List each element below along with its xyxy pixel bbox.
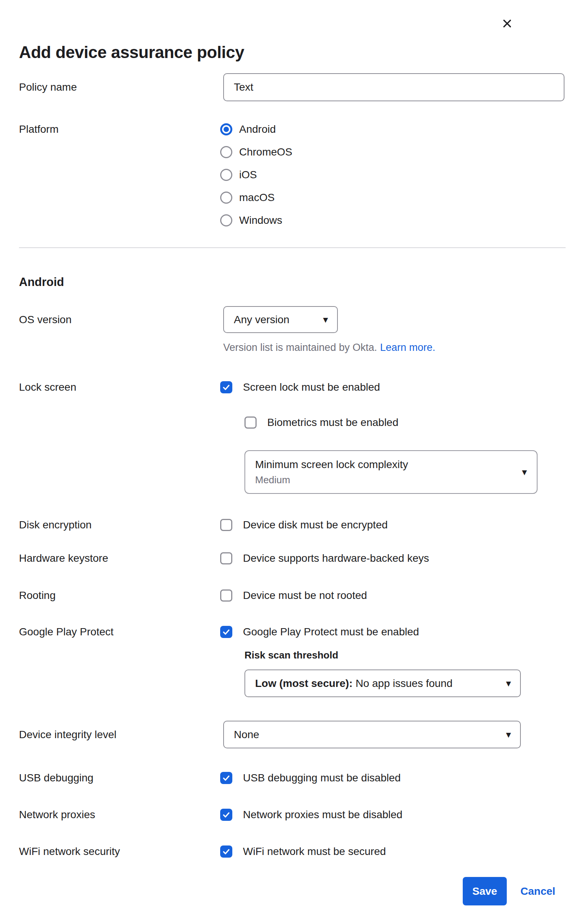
checkmark-icon: [222, 628, 230, 636]
usb-debugging-row: USB debugging USB debugging must be disa…: [19, 772, 401, 784]
learn-more-link[interactable]: Learn more.: [380, 342, 435, 353]
policy-name-row: Policy name: [19, 73, 564, 101]
rooting-checkbox[interactable]: [220, 590, 232, 602]
checkbox-label: Screen lock must be enabled: [243, 381, 380, 393]
android-section-heading: Android: [19, 275, 64, 289]
os-version-value: Any version: [224, 314, 289, 326]
checkbox-label: WiFi network must be secured: [243, 845, 386, 858]
dialog-title: Add device assurance policy: [19, 43, 244, 62]
hardware-keystore-checkbox[interactable]: [220, 552, 232, 564]
platform-row: Platform Android ChromeOS iOS macOS Wind…: [19, 123, 292, 227]
risk-scan-threshold-select[interactable]: Low (most secure): No app issues found ▼: [245, 670, 521, 697]
wifi-security-checkbox[interactable]: [220, 845, 232, 858]
wifi-security-row: WiFi network security WiFi network must …: [19, 845, 386, 858]
biometrics-row: Biometrics must be enabled: [245, 416, 398, 429]
device-integrity-select[interactable]: None ▼: [223, 721, 521, 748]
network-proxies-label: Network proxies: [19, 809, 220, 821]
google-play-protect-label: Google Play Protect: [19, 626, 220, 638]
checkbox-label: Device supports hardware-backed keys: [243, 552, 429, 564]
screen-lock-checkbox[interactable]: [220, 381, 232, 393]
radio-label: Android: [239, 123, 276, 135]
radio-icon[interactable]: [220, 169, 232, 181]
radio-label: ChromeOS: [239, 146, 292, 158]
complexity-select-label: Minimum screen lock complexity: [245, 459, 537, 471]
checkbox-label: Google Play Protect must be enabled: [243, 626, 419, 638]
radio-label: iOS: [239, 169, 257, 181]
rooting-label: Rooting: [19, 590, 220, 602]
os-version-label: OS version: [19, 314, 220, 326]
radio-icon[interactable]: [220, 146, 232, 158]
checkmark-icon: [222, 383, 230, 391]
usb-debugging-label: USB debugging: [19, 772, 220, 784]
platform-option-android[interactable]: Android: [220, 123, 292, 136]
radio-selected-icon[interactable]: [220, 123, 232, 135]
cancel-button[interactable]: Cancel: [521, 877, 555, 905]
lock-screen-label: Lock screen: [19, 381, 220, 393]
wifi-security-label: WiFi network security: [19, 845, 220, 858]
checkbox-label: Device disk must be encrypted: [243, 519, 388, 531]
platform-label: Platform: [19, 123, 220, 136]
network-proxies-checkbox[interactable]: [220, 809, 232, 821]
radio-icon[interactable]: [220, 214, 232, 227]
hardware-keystore-row: Hardware keystore Device supports hardwa…: [19, 552, 429, 564]
platform-radio-group: Android ChromeOS iOS macOS Windows: [220, 123, 292, 227]
platform-option-windows[interactable]: Windows: [220, 214, 292, 227]
checkbox-label: Device must be not rooted: [243, 590, 367, 602]
lock-screen-row: Lock screen Screen lock must be enabled: [19, 381, 380, 393]
os-version-row: OS version Any version ▼: [19, 306, 338, 333]
checkmark-icon: [222, 847, 230, 856]
chevron-down-icon: ▼: [522, 468, 527, 476]
policy-name-label: Policy name: [19, 81, 220, 93]
helper-text: Version list is maintained by Okta.: [223, 342, 377, 353]
google-play-protect-checkbox[interactable]: [220, 626, 232, 638]
radio-label: macOS: [239, 191, 274, 204]
os-version-helper: Version list is maintained by Okta.Learn…: [223, 342, 435, 354]
platform-option-chromeos[interactable]: ChromeOS: [220, 146, 292, 159]
checkmark-icon: [222, 774, 230, 782]
disk-encryption-label: Disk encryption: [19, 519, 220, 531]
risk-scan-value: No app issues found: [356, 677, 453, 689]
rooting-row: Rooting Device must be not rooted: [19, 590, 367, 602]
checkbox-label: Biometrics must be enabled: [267, 416, 398, 429]
complexity-select-value: Medium: [245, 474, 537, 486]
biometrics-checkbox[interactable]: [245, 416, 256, 429]
chevron-down-icon: ▼: [506, 680, 511, 687]
radio-icon[interactable]: [220, 191, 232, 204]
risk-scan-threshold-label: Risk scan threshold: [245, 649, 338, 661]
device-integrity-row: Device integrity level None ▼: [19, 721, 521, 748]
chevron-down-icon: ▼: [323, 316, 328, 323]
close-icon: [501, 18, 513, 29]
platform-option-macos[interactable]: macOS: [220, 191, 292, 204]
usb-debugging-checkbox[interactable]: [220, 772, 232, 784]
device-integrity-value: None: [224, 729, 259, 741]
risk-scan-value-bold: Low (most secure):: [245, 677, 353, 689]
section-divider: [19, 247, 566, 248]
chevron-down-icon: ▼: [506, 731, 511, 739]
network-proxies-row: Network proxies Network proxies must be …: [19, 809, 402, 821]
add-device-assurance-policy-dialog: Add device assurance policy Policy name …: [0, 0, 577, 924]
radio-label: Windows: [239, 214, 282, 227]
platform-option-ios[interactable]: iOS: [220, 169, 292, 181]
screen-lock-complexity-select[interactable]: Minimum screen lock complexity Medium ▼: [245, 450, 538, 494]
disk-encryption-checkbox[interactable]: [220, 519, 232, 531]
save-button[interactable]: Save: [463, 877, 507, 905]
google-play-protect-row: Google Play Protect Google Play Protect …: [19, 626, 419, 638]
os-version-select[interactable]: Any version ▼: [223, 306, 338, 333]
device-integrity-label: Device integrity level: [19, 729, 220, 741]
policy-name-input[interactable]: [223, 73, 564, 101]
disk-encryption-row: Disk encryption Device disk must be encr…: [19, 519, 388, 531]
checkbox-label: Network proxies must be disabled: [243, 809, 402, 821]
hardware-keystore-label: Hardware keystore: [19, 552, 220, 564]
close-button[interactable]: [499, 15, 516, 32]
checkbox-label: USB debugging must be disabled: [243, 772, 401, 784]
checkmark-icon: [222, 811, 230, 819]
